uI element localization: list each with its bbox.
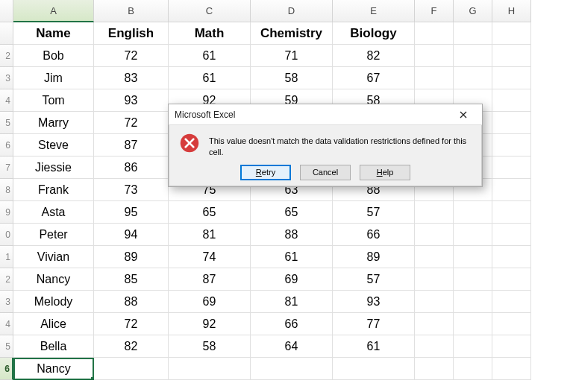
row-header[interactable]: 5 [0, 112, 13, 134]
cell-empty[interactable] [492, 201, 531, 224]
cell-empty[interactable] [251, 358, 333, 380]
cell-english[interactable]: 72 [94, 112, 169, 134]
cell-english[interactable]: 93 [94, 89, 169, 112]
cell-math[interactable]: 69 [169, 291, 251, 313]
row-header[interactable]: 6 [0, 134, 13, 157]
header-english[interactable]: English [94, 22, 169, 45]
cell-english[interactable]: 94 [94, 224, 169, 246]
cell-name[interactable]: Jim [13, 67, 94, 89]
row-header[interactable]: 8 [0, 179, 13, 201]
cell-math[interactable]: 81 [169, 224, 251, 246]
spreadsheet-grid[interactable]: A B C D E F G H Name English Math Chemis… [0, 0, 573, 380]
cell-chemistry[interactable]: 69 [251, 268, 333, 291]
cell-english[interactable]: 87 [94, 134, 169, 157]
cell-chemistry[interactable]: 71 [251, 45, 333, 67]
row-header[interactable]: 2 [0, 45, 13, 67]
cell-empty[interactable] [492, 45, 531, 67]
cell-empty[interactable] [415, 335, 454, 358]
cell-empty[interactable] [492, 22, 531, 45]
cell-chemistry[interactable]: 65 [251, 201, 333, 224]
cell-empty[interactable] [454, 358, 492, 380]
header-name[interactable]: Name [13, 22, 94, 45]
cell-empty[interactable] [415, 246, 454, 268]
cell-biology[interactable]: 57 [333, 201, 415, 224]
cell-math[interactable]: 74 [169, 246, 251, 268]
cell-empty[interactable] [94, 358, 169, 380]
cell-empty[interactable] [454, 268, 492, 291]
col-header-h[interactable]: H [492, 0, 531, 22]
cell-name[interactable]: Tom [13, 89, 94, 112]
retry-button[interactable]: Retry [240, 165, 291, 180]
header-biology[interactable]: Biology [333, 22, 415, 45]
cell-english[interactable]: 73 [94, 179, 169, 201]
cell-empty[interactable] [454, 22, 492, 45]
cell-empty[interactable] [415, 291, 454, 313]
cell-empty[interactable] [415, 45, 454, 67]
cell-biology[interactable]: 89 [333, 246, 415, 268]
cell-name[interactable]: Vivian [13, 246, 94, 268]
cell-empty[interactable] [415, 313, 454, 335]
row-header[interactable]: 3 [0, 67, 13, 89]
cell-chemistry[interactable]: 61 [251, 246, 333, 268]
col-header-c[interactable]: C [169, 0, 251, 22]
cell-empty[interactable] [454, 335, 492, 358]
cell-english[interactable]: 85 [94, 268, 169, 291]
col-header-d[interactable]: D [251, 0, 333, 22]
cell-name[interactable]: Peter [13, 224, 94, 246]
header-chemistry[interactable]: Chemistry [251, 22, 333, 45]
cell-math[interactable]: 61 [169, 67, 251, 89]
cell-empty[interactable] [492, 179, 531, 201]
cell-name[interactable]: Frank [13, 179, 94, 201]
header-math[interactable]: Math [169, 22, 251, 45]
cell-biology[interactable]: 66 [333, 224, 415, 246]
cell-empty[interactable] [415, 67, 454, 89]
row-header[interactable] [0, 22, 13, 45]
cell-empty[interactable] [492, 268, 531, 291]
cell-name[interactable]: Jiessie [13, 157, 94, 179]
cell-empty[interactable] [415, 22, 454, 45]
cell-english[interactable]: 89 [94, 246, 169, 268]
row-header[interactable]: 4 [0, 313, 13, 335]
col-header-e[interactable]: E [333, 0, 415, 22]
cell-empty[interactable] [492, 67, 531, 89]
cell-empty[interactable] [454, 201, 492, 224]
cell-empty[interactable] [415, 268, 454, 291]
cell-empty[interactable] [454, 224, 492, 246]
cell-empty[interactable] [492, 89, 531, 112]
cell-name[interactable]: Nancy [13, 268, 94, 291]
cell-biology[interactable]: 82 [333, 45, 415, 67]
row-header[interactable]: 5 [0, 335, 13, 358]
row-header[interactable]: 7 [0, 157, 13, 179]
col-header-g[interactable]: G [454, 0, 492, 22]
cell-empty[interactable] [492, 112, 531, 134]
fill-handle[interactable] [90, 376, 94, 380]
cell-empty[interactable] [492, 335, 531, 358]
cell-name[interactable]: Bob [13, 45, 94, 67]
cell-english[interactable]: 86 [94, 157, 169, 179]
cell-name[interactable]: Alice [13, 313, 94, 335]
col-header-b[interactable]: B [94, 0, 169, 22]
cell-math[interactable]: 61 [169, 45, 251, 67]
row-header[interactable]: 0 [0, 224, 13, 246]
cell-chemistry[interactable]: 81 [251, 291, 333, 313]
cell-english[interactable]: 72 [94, 45, 169, 67]
cell-math[interactable]: 65 [169, 201, 251, 224]
cell-name[interactable]: Marry [13, 112, 94, 134]
cell-empty[interactable] [333, 358, 415, 380]
cell-empty[interactable] [492, 157, 531, 179]
cell-empty[interactable] [454, 45, 492, 67]
cell-biology[interactable]: 77 [333, 313, 415, 335]
cell-biology[interactable]: 57 [333, 268, 415, 291]
cell-empty[interactable] [454, 313, 492, 335]
cell-empty[interactable] [454, 291, 492, 313]
cell-name[interactable]: Steve [13, 134, 94, 157]
row-header[interactable]: 1 [0, 246, 13, 268]
cell-empty[interactable] [415, 201, 454, 224]
row-header-active[interactable]: 6 [0, 358, 13, 380]
cell-empty[interactable] [492, 246, 531, 268]
cell-empty[interactable] [492, 358, 531, 380]
cell-english[interactable]: 72 [94, 313, 169, 335]
cell-biology[interactable]: 93 [333, 291, 415, 313]
cell-name[interactable]: Bella [13, 335, 94, 358]
cell-math[interactable]: 58 [169, 335, 251, 358]
